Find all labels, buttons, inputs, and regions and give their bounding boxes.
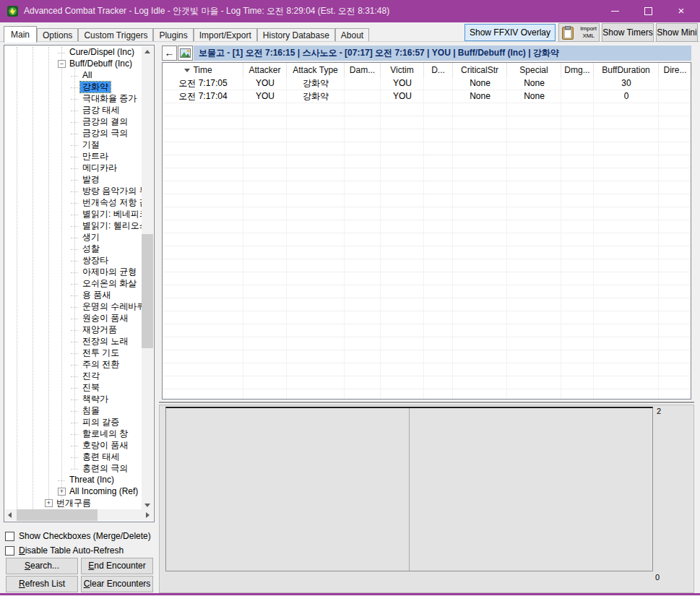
tree-item-성찰[interactable]: 성찰 [9,243,142,255]
tab-custom-triggers[interactable]: Custom Triggers [78,28,153,42]
tree-item-용-품새[interactable]: 용 품새 [9,290,142,301]
scroll-left-button[interactable] [5,509,17,520]
tree-vertical-scrollbar[interactable] [142,46,153,510]
tab-history-database[interactable]: History Database [257,28,335,42]
tree-item-주의-전환[interactable]: 주의 전환 [9,359,142,371]
table-cell: None [453,77,507,90]
tree-item-cure-dispel-inc[interactable]: Cure/Dispel (Inc) [9,47,142,59]
column-header-dire[interactable]: Dire... [659,63,692,77]
collapse-icon[interactable]: − [58,60,66,68]
tab-plugins[interactable]: Plugins [153,28,193,42]
scroll-up-button[interactable] [142,46,153,57]
column-header-victim[interactable]: Victim [381,63,424,77]
disable-auto-refresh-checkbox[interactable] [5,546,14,556]
tree-item-만트라[interactable]: 만트라 [9,151,142,163]
tree-item-할로네의-창[interactable]: 할로네의 창 [9,428,142,440]
tree-item-재앙거품[interactable]: 재앙거품 [9,324,142,336]
tree-item-threat-inc[interactable]: Threat (Inc) [9,475,142,486]
table-cell [424,90,453,103]
scroll-down-button[interactable] [142,499,153,510]
tree-item-label: 원숭이 품새 [80,313,130,324]
tree-horizontal-scrollbar[interactable] [5,509,153,521]
graph-y-max-label: 2 [657,407,661,415]
clear-encounters-button[interactable]: Clear Encounters [81,576,153,592]
show-checkboxes-checkbox[interactable] [5,532,14,541]
horizontal-scroll-thumb[interactable] [17,509,98,521]
tree-item-호랑이-품새[interactable]: 호랑이 품새 [9,440,142,452]
show-ffxiv-overlay-button[interactable]: Show FFXIV Overlay [464,24,556,41]
tree-item-별읽기-베네피크[interactable]: 별읽기: 베네피크 [9,209,142,220]
tree-item-생기[interactable]: 생기 [9,232,142,243]
minimize-button[interactable] [598,0,631,22]
column-header-attacker[interactable]: Attacker [243,63,287,77]
tree-item-극대화율-증가[interactable]: 극대화율 증가 [9,93,142,105]
column-header-time[interactable]: Time [163,63,243,77]
tab-main[interactable]: Main [4,26,37,43]
tree-item-전장의-노래[interactable]: 전장의 노래 [9,336,142,347]
show-timers-button[interactable]: Show Timers [602,23,654,42]
table-row[interactable]: 오전 7:17:04YOU강화약YOUNoneNone0 [163,90,691,103]
titlebar: Advanced Combat Tracker - Log Idle - 안갯빛… [0,0,700,22]
tree-item-기절[interactable]: 기절 [9,139,142,151]
column-header-dam[interactable]: Dam... [345,63,381,77]
tree-connector [71,157,78,157]
tree-item-금강의-극의[interactable]: 금강의 극의 [9,128,142,139]
tree-item-진각[interactable]: 진각 [9,371,142,382]
tree-item-all[interactable]: All [9,70,142,82]
tab-about[interactable]: About [335,28,369,42]
column-header-d[interactable]: D... [424,63,453,77]
column-header-attack-type[interactable]: Attack Type [287,63,345,77]
disable-auto-refresh-option: Disable Table Auto-Refresh [5,545,124,556]
tree-item-전투-기도[interactable]: 전투 기도 [9,347,142,359]
table-graph-splitter[interactable] [159,402,694,404]
tree-item-쌍장타[interactable]: 쌍장타 [9,255,142,267]
vertical-scroll-thumb[interactable] [142,234,153,348]
back-arrow-icon: ← [165,47,175,59]
expand-icon[interactable]: + [45,499,53,507]
tree-item-책략가[interactable]: 책략가 [9,394,142,405]
search-button[interactable]: Search... [6,558,78,574]
column-header-dmg[interactable]: Dmg... [561,63,594,77]
tree-item-발경[interactable]: 발경 [9,174,142,186]
table-cell: 오전 7:17:04 [163,90,243,103]
scroll-right-button[interactable] [142,509,153,520]
export-image-button[interactable] [178,46,193,61]
tree-item-진북[interactable]: 진북 [9,382,142,394]
tree-item-운명의-수레바퀴-3[interactable]: 운명의 수레바퀴: 3 [9,301,142,313]
tree-item-buff-debuff-inc[interactable]: −Buff/Debuff (Inc) [9,59,142,70]
back-button[interactable]: ← [162,46,177,61]
column-header-buffduration[interactable]: BuffDuration [594,63,659,77]
encounter-tree-panel: Cure/Dispel (Inc)−Buff/Debuff (Inc)All강화… [4,45,155,522]
table-cell: YOU [381,77,424,90]
show-mini-button[interactable]: Show Mini [656,23,698,42]
close-button[interactable]: × [665,0,698,22]
tree-item-방랑-음악가의-무곡[interactable]: 방랑 음악가의 무곡 [9,186,142,197]
tab-import-export[interactable]: Import/Export [194,28,257,42]
column-header-criticalstr[interactable]: CriticalStr [453,63,507,77]
tree-item-금강-태세[interactable]: 금강 태세 [9,105,142,116]
tree-item-별읽기-헬리오스[interactable]: 별읽기: 헬리오스 [9,220,142,232]
tree-connector [58,480,65,481]
tree-item-아제마의-균형[interactable]: 아제마의 균형 [9,267,142,278]
column-header-special[interactable]: Special [507,63,561,77]
table-cell: YOU [243,90,287,103]
tree-item-all-incoming-ref[interactable]: +All Incoming (Ref) [9,486,142,498]
tree-item-오쉬온의-화살[interactable]: 오쉬온의 화살 [9,278,142,290]
tree-item-강화약[interactable]: 강화약 [9,82,142,93]
tree-item-홍련의-극의[interactable]: 홍련의 극의 [9,463,142,475]
expand-icon[interactable]: + [58,488,66,496]
tree-item-피의-갈증[interactable]: 피의 갈증 [9,417,142,428]
table-row[interactable]: 오전 7:17:05YOU강화약YOUNoneNone30 [163,77,691,90]
end-encounter-button[interactable]: End Encounter [81,558,153,574]
tree-item-원숭이-품새[interactable]: 원숭이 품새 [9,313,142,324]
maximize-button[interactable] [631,0,665,22]
tree-item-번개속성-저항-감소[interactable]: 번개속성 저항 감소 [9,197,142,209]
import-xml-button[interactable]: ImportXML [558,23,600,42]
tree-item-금강의-결의[interactable]: 금강의 결의 [9,116,142,128]
tab-options[interactable]: Options [37,28,78,42]
tree-item-번개구름[interactable]: +번개구름 [9,498,142,509]
tree-item-메디카라[interactable]: 메디카라 [9,163,142,174]
tree-item-홍련-태세[interactable]: 홍련 태세 [9,452,142,463]
tree-item-침몰[interactable]: 침몰 [9,405,142,417]
refresh-list-button[interactable]: Refresh List [6,576,78,592]
